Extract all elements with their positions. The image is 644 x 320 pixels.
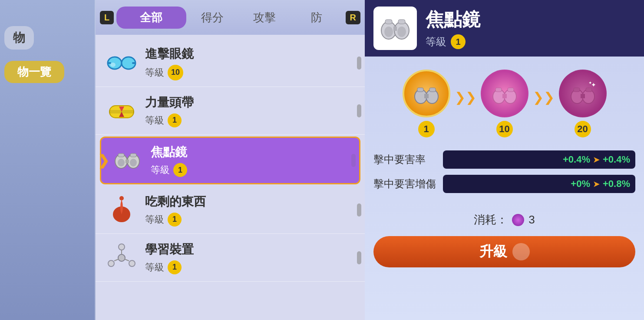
item-name: 進擊眼鏡	[145, 46, 356, 62]
svg-rect-46	[574, 88, 580, 92]
stat-arrow-icon: ➤	[593, 154, 600, 165]
gem-icon	[512, 214, 524, 226]
level-badge: 1	[168, 260, 182, 274]
item-list: 進擊眼鏡 等級 10 力量頭帶 等級 1	[96, 35, 365, 320]
svg-rect-15	[118, 153, 124, 157]
stat-bar-crit-rate: +0.4% ➤ +0.4%	[443, 150, 635, 169]
item-icon-assault-goggles	[106, 47, 137, 79]
evo-stage-1: 1	[403, 70, 450, 137]
tab-attack[interactable]: 攻擊	[238, 7, 291, 29]
stat-current-crit-dmg: +0%	[571, 178, 590, 190]
svg-rect-41	[495, 88, 502, 92]
item-info: 焦點鏡 等級 1	[151, 144, 350, 177]
list-item[interactable]: 進擊眼鏡 等級 10	[96, 39, 365, 87]
svg-rect-32	[398, 20, 405, 24]
left-sidebar: 物 物一覽	[0, 0, 96, 320]
scroll-indicator	[357, 57, 361, 70]
svg-rect-3	[108, 62, 111, 64]
svg-point-14	[130, 159, 137, 167]
level-label: 等級	[145, 261, 164, 274]
item-level: 等級 1	[151, 163, 350, 177]
evo-image-3: ✦ ✦	[559, 70, 607, 117]
item-icon-box	[104, 93, 139, 128]
item-info: 進擊眼鏡 等級 10	[145, 46, 356, 80]
item-level: 等級 1	[145, 260, 356, 274]
item-icon-box	[104, 46, 139, 80]
svg-rect-37	[429, 88, 436, 92]
list-item[interactable]: 學習裝置 等級 1	[96, 234, 365, 282]
level-badge: 1	[168, 113, 182, 127]
evo-arrow-1: ❯❯	[455, 90, 476, 105]
upgrade-button[interactable]: 升級	[373, 236, 635, 267]
evo-arrow-2: ❯❯	[533, 90, 555, 105]
upgrade-toggle	[512, 243, 530, 260]
cost-label: 消耗：	[474, 212, 508, 227]
scroll-indicator	[351, 154, 356, 167]
svg-rect-28	[393, 27, 397, 31]
level-label: 等級	[151, 163, 170, 177]
stat-bar-crit-dmg: +0% ➤ +0.8%	[443, 175, 635, 193]
l-badge: L	[100, 11, 114, 24]
tab-all[interactable]: 全部	[116, 7, 186, 29]
evo-image-2	[481, 70, 528, 117]
stats-area: 擊中要害率 +0.4% ➤ +0.4% 擊中要害增傷 +0% ➤ +0.8%	[365, 146, 644, 203]
list-item[interactable]: 力量頭帶 等級 1	[96, 87, 365, 135]
svg-rect-31	[385, 20, 392, 24]
scroll-indicator	[357, 203, 361, 217]
svg-point-29	[384, 27, 393, 37]
upgrade-label: 升級	[479, 242, 507, 261]
item-icon-box	[104, 193, 139, 227]
r-badge: R	[346, 11, 360, 24]
stat-label-crit-rate: 擊中要害率	[373, 153, 439, 167]
item-level: 等級 1	[145, 213, 356, 227]
tab-score[interactable]: 得分	[186, 7, 238, 29]
cost-amount: 3	[528, 213, 535, 227]
svg-line-24	[125, 259, 129, 261]
stat-row-crit-dmg: 擊中要害增傷 +0% ➤ +0.8%	[373, 175, 635, 193]
item-icon-leftovers	[106, 194, 137, 226]
item-name: 吃剩的東西	[145, 193, 356, 210]
scroll-indicator	[357, 251, 361, 264]
item-icon-power-band	[106, 95, 137, 127]
svg-rect-35	[424, 94, 429, 98]
svg-point-13	[118, 159, 125, 167]
item-name: 學習裝置	[145, 241, 356, 258]
stat-row-crit-rate: 擊中要害率 +0.4% ➤ +0.4%	[373, 150, 635, 169]
list-item-selected[interactable]: ❯ 焦點鏡 等級 1	[100, 137, 360, 184]
svg-rect-12	[125, 160, 129, 163]
detail-level-text: 等級	[426, 35, 446, 49]
level-label: 等級	[145, 66, 164, 79]
svg-text:✦: ✦	[588, 80, 592, 85]
item-icon-box	[104, 240, 139, 275]
evo-level-3: 20	[575, 121, 591, 137]
evo-stage-2: 10	[481, 70, 528, 137]
item-level: 等級 1	[145, 113, 356, 127]
item-info: 吃剩的東西 等級 1	[145, 193, 356, 227]
svg-point-19	[118, 254, 125, 261]
item-info: 學習裝置 等級 1	[145, 241, 356, 274]
tab-defense[interactable]: 防	[291, 7, 343, 29]
svg-point-21	[129, 260, 135, 267]
cost-row: 消耗： 3	[365, 212, 644, 227]
sidebar-bottom-label[interactable]: 物一覽	[4, 61, 64, 83]
selection-arrow-icon: ❯	[98, 152, 109, 169]
svg-point-20	[119, 244, 125, 250]
svg-rect-4	[132, 62, 135, 64]
level-label: 等級	[145, 114, 164, 127]
svg-point-30	[397, 27, 406, 37]
item-icon-exp-share	[106, 242, 137, 273]
detail-title-area: 焦點鏡 等級 1	[426, 7, 635, 49]
evo-stage-3: ✦ ✦ 20	[559, 70, 607, 137]
svg-rect-42	[508, 88, 514, 92]
item-info: 力量頭帶 等級 1	[145, 94, 356, 127]
svg-rect-40	[502, 94, 507, 98]
tab-bar: L 全部 得分 攻擊 防 R	[96, 0, 365, 35]
level-badge: 1	[168, 213, 182, 227]
list-item[interactable]: 吃剩的東西 等級 1	[96, 186, 365, 234]
level-badge: 10	[168, 65, 183, 80]
stat-arrow-icon-2: ➤	[593, 179, 600, 189]
stat-next-crit-dmg: +0.8%	[603, 178, 630, 190]
item-name: 力量頭帶	[145, 94, 356, 111]
svg-rect-2	[121, 61, 122, 65]
svg-point-22	[108, 260, 114, 267]
